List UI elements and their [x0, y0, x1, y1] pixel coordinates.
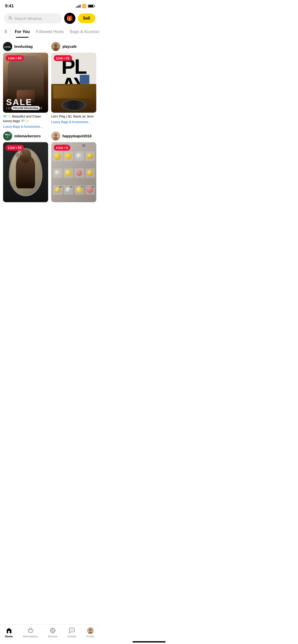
- search-bar[interactable]: Search Whatnot: [4, 13, 62, 23]
- svg-point-12: [53, 137, 58, 140]
- battery-icon: [88, 5, 94, 8]
- streams-grid: LEVEL leveluxbag SALE LUXURY HANDBAGS FO…: [0, 38, 99, 206]
- avatar-4: [51, 131, 60, 141]
- host-name-2: playcafe: [62, 45, 77, 49]
- svg-point-6: [53, 47, 58, 51]
- tab-dots-icon[interactable]: ⠿: [2, 29, 9, 35]
- svg-text:0: 0: [7, 136, 8, 138]
- gift-icon: 🎁: [66, 15, 73, 21]
- host-name-1: leveluxbag: [14, 45, 33, 49]
- stream-card-1[interactable]: LEVEL leveluxbag SALE LUXURY HANDBAGS FO…: [3, 42, 48, 128]
- tab-divider: [10, 29, 11, 34]
- host-info-4: happyteapot2018: [51, 131, 96, 141]
- status-time: 9:41: [5, 4, 14, 9]
- tab-bags-accessories[interactable]: Bags & Accessories: [67, 26, 99, 38]
- stream-card-3[interactable]: MILE 0 milemarkerzero Live • 54: [3, 131, 48, 202]
- host-info-3: MILE 0 milemarkerzero: [3, 131, 48, 141]
- thumbnail-1[interactable]: SALE LUXURY HANDBAGS FOLLOW @leveluxbag …: [3, 53, 48, 113]
- stream-card-4[interactable]: happyteapot2018 32 23: [51, 131, 96, 202]
- stream-category-2: Luxury Bags & Accessories...: [51, 120, 96, 124]
- wifi-icon: 📶: [82, 4, 86, 8]
- thumbnail-4[interactable]: 32 23: [51, 142, 96, 202]
- svg-point-11: [54, 134, 57, 137]
- status-bar: 9:41 📶: [0, 0, 99, 11]
- tab-navigation: ⠿ For You Followed Hosts Bags & Accessor…: [0, 26, 99, 38]
- avatar-1: LEVEL: [3, 42, 12, 51]
- sell-button[interactable]: Sell: [78, 13, 95, 23]
- svg-text:LEVEL: LEVEL: [4, 46, 11, 48]
- svg-point-5: [54, 44, 57, 47]
- live-badge-3: Live • 54: [6, 145, 24, 151]
- thumbnail-2[interactable]: PLAY Live • 21: [51, 53, 96, 113]
- svg-text:MILE: MILE: [5, 133, 10, 136]
- signal-icon: [76, 5, 80, 8]
- host-info-1: LEVEL leveluxbag: [3, 42, 48, 51]
- live-badge-2: Live • 21: [54, 55, 72, 61]
- live-badge-1: Live • 63: [6, 55, 24, 61]
- thumbnail-3[interactable]: Live • 54: [3, 142, 48, 202]
- live-badge-4: Live • 4: [54, 145, 70, 151]
- avatar-2: [51, 42, 60, 51]
- stream-title-1: 💎✨ Beautiful and Clean luxury bags 💎✨: [3, 114, 48, 123]
- search-icon: [8, 16, 12, 21]
- follow-tag-1: FOLLOW @leveluxbag: [11, 106, 40, 110]
- stream-card-2[interactable]: playcafe PLAY Live • 21 Let's Play | $1 …: [51, 42, 96, 128]
- host-info-2: playcafe: [51, 42, 96, 51]
- host-name-3: milemarkerzero: [14, 134, 41, 138]
- tab-for-you[interactable]: For You: [12, 26, 33, 38]
- host-name-4: happyteapot2018: [62, 134, 91, 138]
- status-icons: 📶: [76, 4, 94, 8]
- stream-category-1: Luxury Bags & Accessories...: [3, 125, 48, 128]
- svg-point-7: [3, 131, 12, 141]
- header: Search Whatnot 🎁 Sell: [0, 11, 99, 26]
- search-placeholder: Search Whatnot: [14, 16, 42, 21]
- stream-title-2: Let's Play | $1 Starts w/ Jenn: [51, 114, 96, 119]
- gift-button[interactable]: 🎁: [64, 13, 75, 24]
- svg-line-1: [11, 19, 12, 20]
- avatar-3: MILE 0: [3, 131, 12, 141]
- tab-followed-hosts[interactable]: Followed Hosts: [33, 26, 67, 38]
